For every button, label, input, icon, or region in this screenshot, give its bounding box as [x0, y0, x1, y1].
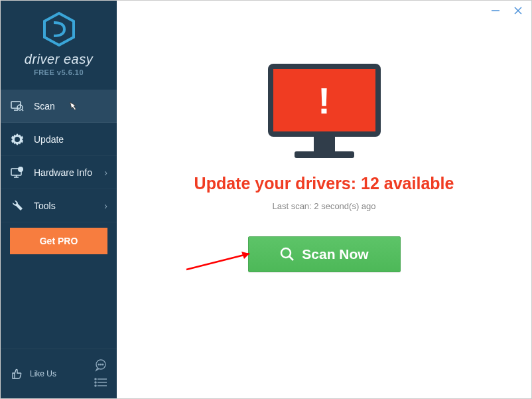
like-us-label[interactable]: Like Us: [30, 369, 56, 378]
nav-label: Hardware Info: [34, 167, 92, 178]
brand-name: driver easy: [25, 52, 93, 67]
nav-label: Scan: [34, 101, 55, 112]
svg-point-6: [17, 105, 23, 110]
menu-icon[interactable]: [94, 376, 107, 389]
logo-area: driver easy FREE v5.6.10: [1, 1, 117, 83]
scan-now-label: Scan Now: [302, 246, 368, 262]
feedback-icon[interactable]: [94, 359, 107, 372]
svg-line-25: [289, 256, 293, 260]
nav: Scan Update: [1, 90, 117, 349]
nav-item-scan[interactable]: Scan: [1, 90, 117, 123]
sidebar-footer: Like Us: [1, 349, 117, 398]
monitor-stand: [314, 137, 335, 151]
exclamation-icon: !: [318, 79, 330, 122]
nav-item-tools[interactable]: Tools ›: [1, 189, 117, 222]
main-content: ! Update your drivers: 12 available Last…: [117, 1, 531, 398]
headline: Update your drivers: 12 available: [194, 174, 454, 193]
nav-item-update[interactable]: Update: [1, 123, 117, 156]
close-button[interactable]: [511, 4, 525, 17]
magnify-icon: [279, 246, 295, 262]
footer-right: [94, 359, 107, 389]
chevron-right-icon: ›: [104, 167, 107, 178]
nav-label: Update: [34, 134, 64, 145]
svg-line-26: [186, 254, 249, 270]
svg-point-17: [102, 364, 103, 365]
get-pro-label: Get PRO: [40, 236, 78, 246]
scan-now-button[interactable]: Scan Now: [248, 236, 401, 272]
tools-icon: [10, 199, 25, 213]
svg-marker-3: [44, 13, 74, 45]
titlebar: [489, 1, 531, 21]
hardware-icon: i: [10, 165, 25, 180]
monitor-base: [295, 151, 354, 158]
app-window: driver easy FREE v5.6.10 Scan: [0, 0, 532, 399]
cursor-icon: [66, 99, 82, 118]
version-label: FREE v5.6.10: [34, 68, 84, 76]
svg-point-22: [95, 385, 96, 386]
svg-point-18: [95, 378, 96, 380]
svg-point-15: [98, 364, 100, 365]
svg-point-8: [15, 137, 20, 142]
scan-icon: [10, 99, 25, 114]
monitor-screen: !: [268, 64, 381, 137]
svg-line-7: [22, 110, 23, 111]
nav-item-hardware[interactable]: i Hardware Info ›: [1, 156, 117, 189]
svg-point-16: [100, 364, 101, 365]
get-pro-button[interactable]: Get PRO: [10, 228, 107, 254]
alert-monitor-graphic: !: [268, 64, 381, 158]
like-icon[interactable]: [10, 367, 23, 380]
arrow-annotation: [183, 250, 263, 279]
svg-point-24: [281, 248, 291, 258]
sidebar: driver easy FREE v5.6.10 Scan: [1, 1, 117, 398]
last-scan-label: Last scan: 2 second(s) ago: [272, 201, 375, 211]
logo-icon: [40, 11, 78, 48]
nav-label: Tools: [34, 200, 56, 211]
minimize-button[interactable]: [489, 4, 502, 17]
chevron-right-icon: ›: [104, 200, 107, 211]
update-icon: [10, 132, 25, 147]
svg-point-20: [95, 382, 96, 383]
